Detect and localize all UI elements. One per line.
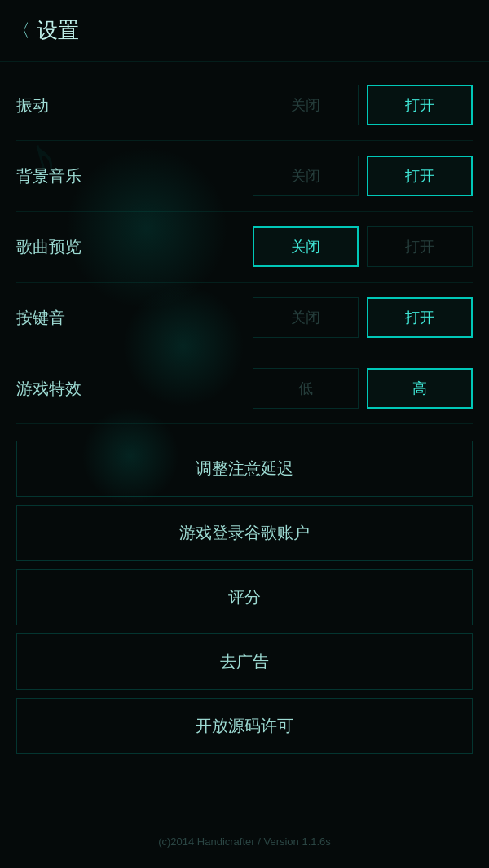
song-preview-row: 歌曲预览 关闭 打开 [16,212,473,283]
bg-music-on-button[interactable]: 打开 [367,156,473,196]
game-effects-low-button[interactable]: 低 [253,368,359,409]
key-sound-row: 按键音 关闭 打开 [16,283,473,353]
key-sound-label: 按键音 [16,307,253,329]
bg-music-label: 背景音乐 [16,165,253,187]
header: 〈 设置 [0,0,489,62]
song-preview-toggle-group: 关闭 打开 [253,226,473,267]
remove-ads-button[interactable]: 去广告 [16,633,473,690]
google-login-button[interactable]: 游戏登录谷歌账户 [16,505,473,561]
page-title: 设置 [37,16,79,45]
back-button[interactable]: 〈 [12,19,30,43]
key-sound-toggle-group: 关闭 打开 [253,297,473,338]
action-buttons-container: 调整注意延迟 游戏登录谷歌账户 评分 去广告 开放源码许可 [0,441,489,754]
open-source-button[interactable]: 开放源码许可 [16,698,473,754]
song-preview-label: 歌曲预览 [16,236,253,258]
bg-music-off-button[interactable]: 关闭 [253,156,359,196]
vibration-toggle-group: 关闭 打开 [253,85,473,125]
bg-music-row: 背景音乐 关闭 打开 [16,141,473,212]
settings-list: 振动 关闭 打开 背景音乐 关闭 打开 歌曲预览 关闭 打开 按键音 [0,70,489,424]
song-preview-off-button[interactable]: 关闭 [253,226,359,267]
footer-text: (c)2014 Handicrafter / Version 1.1.6s [158,835,331,848]
game-effects-high-button[interactable]: 高 [367,368,473,409]
vibration-off-button[interactable]: 关闭 [253,85,359,125]
game-effects-toggle-group: 低 高 [253,368,473,409]
vibration-label: 振动 [16,94,253,116]
adjust-latency-button[interactable]: 调整注意延迟 [16,441,473,497]
game-effects-row: 游戏特效 低 高 [16,353,473,424]
song-preview-on-button[interactable]: 打开 [367,226,473,267]
game-effects-label: 游戏特效 [16,378,253,400]
footer: (c)2014 Handicrafter / Version 1.1.6s [0,823,489,860]
vibration-row: 振动 关闭 打开 [16,70,473,141]
rating-button[interactable]: 评分 [16,569,473,625]
bg-music-toggle-group: 关闭 打开 [253,156,473,196]
key-sound-on-button[interactable]: 打开 [367,297,473,338]
key-sound-off-button[interactable]: 关闭 [253,297,359,338]
vibration-on-button[interactable]: 打开 [367,85,473,125]
